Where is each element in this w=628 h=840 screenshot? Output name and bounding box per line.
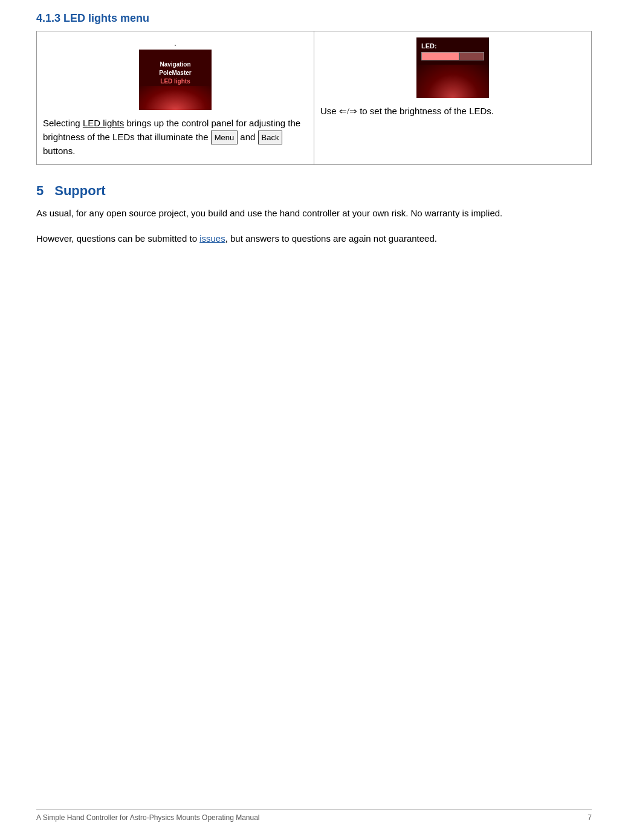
para2-post: , but answers to questions are again not… [225,233,437,244]
arrow-symbols: ⇐/⇒ [339,106,357,116]
section-heading-5: 5Support [36,183,592,199]
para2-pre: However, questions can be submitted to [36,233,199,244]
footer-left-text: A Simple Hand Controller for Astro-Physi… [36,813,260,822]
led-screenshot-right: LED: [416,37,489,98]
table-row: . Navigation PoleMaster LED lights Selec… [37,31,592,165]
text-brightness: to set the brightness of the LEDs. [357,106,494,116]
footer-page-number: 7 [588,813,592,822]
led-lights-link[interactable]: LED lights [83,118,124,128]
menu-button-label: Menu [211,131,238,145]
led-menu-table: . Navigation PoleMaster LED lights Selec… [36,31,592,165]
section-5-label: Support [54,183,105,198]
support-para-2: However, questions can be submitted to i… [36,231,592,246]
page-footer: A Simple Hand Controller for Astro-Physi… [36,809,592,822]
back-button-label: Back [258,131,283,145]
text-and: and [238,132,257,142]
issues-link[interactable]: issues [199,233,225,244]
table-cell-left: . Navigation PoleMaster LED lights Selec… [37,31,314,165]
dot-above: . [43,37,308,48]
led-screenshot-left: Navigation PoleMaster LED lights [139,50,212,110]
table-cell-right: LED: Use ⇐/⇒ to set the brightness of th… [314,31,592,165]
glow-effect-left [139,86,212,110]
section-5-number: 5 [36,183,44,198]
glow-effect-right [416,65,489,98]
led-label-text: LED: [421,42,437,50]
support-para-1: As usual, for any open source project, y… [36,206,592,221]
text-selecting: Selecting [43,118,83,128]
section-heading-413: 4.1.3 LED lights menu [36,12,592,25]
led-image-right-container: LED: [320,37,585,105]
right-cell-text: Use ⇐/⇒ to set the brightness of the LED… [320,105,585,118]
led-bar-background [421,52,484,60]
nav-menu-text: Navigation PoleMaster LED lights [159,60,191,86]
led-image-left-container: Navigation PoleMaster LED lights [43,50,308,117]
text-buttons: buttons. [43,146,75,156]
text-use: Use [320,106,339,116]
led-bar-fill2 [460,53,484,60]
left-cell-text: Selecting LED lights brings up the contr… [43,117,308,158]
led-bar-fill [422,53,459,60]
